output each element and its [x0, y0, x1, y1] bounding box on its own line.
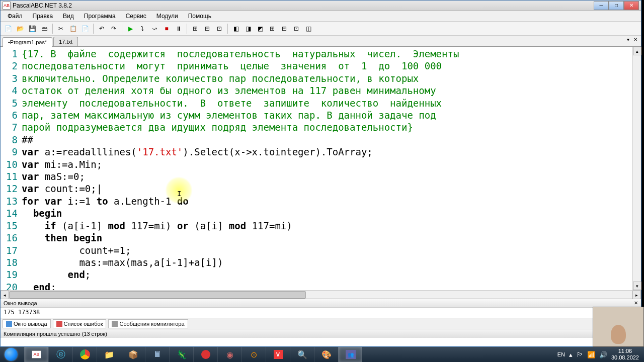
- compiler-icon: [112, 321, 118, 327]
- code-editor[interactable]: 1234567891011121314151617181920 {17. В ф…: [1, 47, 641, 290]
- menu-modules[interactable]: Модули: [151, 11, 183, 21]
- new-file-icon[interactable]: 📄: [3, 23, 14, 34]
- btab-errors[interactable]: Список ошибок: [53, 319, 107, 328]
- app1-icon: ◉: [226, 350, 233, 359]
- save-all-icon[interactable]: 🗃: [39, 23, 50, 34]
- tool5-icon[interactable]: ⊟: [279, 23, 290, 34]
- horizontal-scrollbar[interactable]: ◂ ▸: [1, 290, 641, 299]
- maximize-button[interactable]: □: [609, 1, 624, 10]
- task-pascalabc[interactable]: AB: [24, 347, 48, 362]
- cursor-icon: I: [177, 188, 183, 196]
- statusbar: Компиляция прошла успешно (13 строк) Стр…: [1, 329, 641, 338]
- app-icon: AB: [3, 2, 11, 10]
- task-notepadpp[interactable]: 🦎: [169, 347, 193, 362]
- system-tray: EN ▴ 🏳 📶 🔊 11:06 30.08.2022: [557, 348, 644, 361]
- search-icon: 🔍: [297, 350, 307, 359]
- scroll-thumb[interactable]: [9, 291, 306, 299]
- tab-dropdown-icon[interactable]: ▾: [625, 37, 631, 42]
- tool4-icon[interactable]: ⊞: [267, 23, 278, 34]
- task-vivaldi[interactable]: V: [266, 347, 290, 362]
- tray-up-icon[interactable]: ▴: [569, 351, 573, 358]
- npp-icon: 🦎: [177, 350, 187, 359]
- window-title: PascalABC.NET 3.8.2: [13, 2, 594, 9]
- pause-icon[interactable]: ⏸: [173, 23, 184, 34]
- undo-icon[interactable]: ↶: [96, 23, 107, 34]
- tool2-icon[interactable]: ◨: [243, 23, 254, 34]
- open-file-icon[interactable]: 📂: [15, 23, 26, 34]
- toolbar: 📄 📂 💾 🗃 ✂ 📋 📄 ↶ ↷ ▶ ⤵ ⤻ ■ ⏸ ⊞ ⊟ ⊡ ◧ ◨ ◩ …: [1, 22, 641, 36]
- teams-icon: 👥: [346, 350, 356, 359]
- scroll-down-icon[interactable]: ▾: [633, 282, 641, 290]
- scroll-right-icon[interactable]: ▸: [632, 291, 641, 299]
- task-app2[interactable]: ⊙: [242, 347, 266, 362]
- scroll-left-icon[interactable]: ◂: [1, 291, 9, 299]
- status-left: Компиляция прошла успешно (13 строк): [4, 331, 107, 337]
- tab-17txt[interactable]: 17.txt: [53, 37, 78, 46]
- output-content: 175 173738: [1, 308, 641, 318]
- tool1-icon[interactable]: ◧: [230, 23, 242, 34]
- menu-help[interactable]: Помощь: [183, 11, 216, 21]
- task-teams[interactable]: 👥: [338, 347, 362, 362]
- paint-icon: 🎨: [321, 350, 332, 359]
- save-icon[interactable]: 💾: [27, 23, 38, 34]
- vertical-scrollbar[interactable]: ▴ ▾: [632, 47, 641, 290]
- tray-volume-icon[interactable]: 🔊: [599, 351, 607, 358]
- webcam-overlay: [593, 307, 644, 347]
- document-tabbar: •Program1.pas* 17.txt ▾ ✕: [1, 36, 641, 47]
- tray-flag-icon[interactable]: 🏳: [577, 351, 583, 358]
- start-button[interactable]: [0, 347, 22, 362]
- minimize-button[interactable]: ─: [594, 1, 609, 10]
- menu-program[interactable]: Программа: [79, 11, 121, 21]
- opera-icon: [201, 350, 210, 359]
- taskbar: AB ⓔ 📁 📦 🖩 🦎 ◉ ⊙ V 🔍 🎨 👥 EN ▴ 🏳 📶 🔊 11:0…: [0, 347, 644, 362]
- window3-icon[interactable]: ⊡: [214, 23, 225, 34]
- task-calc[interactable]: 🖩: [145, 347, 169, 362]
- zip-icon: 📦: [128, 350, 138, 359]
- output-panel-header: Окно вывода ✕: [1, 299, 641, 308]
- errors-icon: [56, 321, 62, 327]
- tab-close-icon[interactable]: ✕: [632, 37, 639, 42]
- code-area[interactable]: {17. В файле содержится последовательнос…: [22, 47, 641, 290]
- task-opera[interactable]: [193, 347, 217, 362]
- task-ie[interactable]: ⓔ: [48, 347, 72, 362]
- tray-network-icon[interactable]: 📶: [587, 351, 595, 358]
- tool3-icon[interactable]: ◩: [255, 23, 266, 34]
- task-paint[interactable]: 🎨: [314, 347, 338, 362]
- tray-time: 11:06: [611, 348, 639, 354]
- menu-view[interactable]: Вид: [58, 11, 79, 21]
- task-chrome[interactable]: [72, 347, 97, 362]
- tray-clock[interactable]: 11:06 30.08.2022: [611, 348, 639, 361]
- task-search[interactable]: 🔍: [290, 347, 314, 362]
- output-close-icon[interactable]: ✕: [634, 300, 638, 306]
- task-explorer[interactable]: 📁: [97, 347, 121, 362]
- menu-service[interactable]: Сервис: [121, 11, 151, 21]
- cut-icon[interactable]: ✂: [55, 23, 66, 34]
- btab-output[interactable]: Окно вывода: [3, 319, 51, 328]
- step-over-icon[interactable]: ⤻: [149, 23, 160, 34]
- tray-lang[interactable]: EN: [557, 351, 565, 357]
- copy-icon[interactable]: 📋: [67, 23, 78, 34]
- btab-compiler[interactable]: Сообщения компилятора: [108, 319, 188, 328]
- redo-icon[interactable]: ↷: [108, 23, 119, 34]
- tool6-icon[interactable]: ⊡: [291, 23, 302, 34]
- task-app1[interactable]: ◉: [217, 347, 242, 362]
- windows-orb-icon: [5, 348, 18, 361]
- folder-icon: 📁: [104, 350, 114, 359]
- webcam-face: [611, 325, 626, 344]
- main-window: AB PascalABC.NET 3.8.2 ─ □ ✕ Файл Правка…: [0, 0, 641, 347]
- scroll-up-icon[interactable]: ▴: [633, 47, 641, 55]
- step-into-icon[interactable]: ⤵: [137, 23, 148, 34]
- app2-icon: ⊙: [251, 350, 257, 359]
- menu-file[interactable]: Файл: [3, 11, 28, 21]
- run-icon[interactable]: ▶: [125, 23, 136, 34]
- task-zip[interactable]: 📦: [121, 347, 145, 362]
- close-button[interactable]: ✕: [624, 1, 639, 10]
- window2-icon[interactable]: ⊟: [202, 23, 213, 34]
- vivaldi-icon: V: [274, 350, 283, 359]
- menu-edit[interactable]: Правка: [28, 11, 58, 21]
- window1-icon[interactable]: ⊞: [190, 23, 201, 34]
- tab-program1[interactable]: •Program1.pas*: [3, 37, 52, 47]
- tool7-icon[interactable]: ◫: [303, 23, 314, 34]
- stop-icon[interactable]: ■: [161, 23, 172, 34]
- paste-icon[interactable]: 📄: [79, 23, 91, 34]
